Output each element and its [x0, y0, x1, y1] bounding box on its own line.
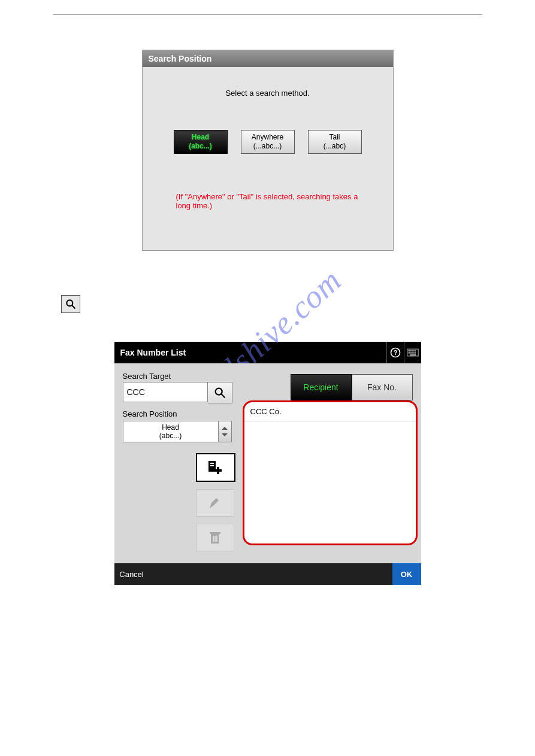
- svg-line-1: [72, 305, 75, 308]
- tab-faxno[interactable]: Fax No.: [352, 374, 413, 400]
- pencil-icon: [208, 496, 222, 510]
- magnifier-icon: [213, 386, 226, 399]
- updown-icon: [221, 427, 228, 436]
- search-icon: [61, 295, 80, 313]
- search-position-line2: (abc...): [159, 432, 182, 440]
- trash-icon: [208, 530, 222, 545]
- svg-rect-12: [414, 352, 416, 354]
- panel-prompt: Select a search method.: [157, 89, 379, 98]
- fax-number-list-panel: Fax Number List ? Search Target: [114, 342, 421, 585]
- option-sublabel: (...abc): [309, 142, 361, 151]
- svg-rect-8: [414, 350, 416, 352]
- svg-rect-5: [408, 350, 410, 352]
- anywhere-option[interactable]: Anywhere (...abc...): [241, 130, 295, 154]
- list-item[interactable]: CCC Co.: [244, 402, 416, 421]
- svg-rect-9: [408, 352, 410, 354]
- svg-rect-19: [210, 463, 214, 464]
- results-list: CCC Co.: [243, 400, 418, 545]
- search-target-input[interactable]: [123, 382, 208, 402]
- add-document-icon: [207, 460, 224, 475]
- search-position-panel: Search Position Select a search method. …: [142, 50, 394, 251]
- search-position-line1: Head: [162, 423, 179, 432]
- option-sublabel: (...abc...): [241, 142, 294, 151]
- svg-rect-22: [214, 469, 222, 472]
- help-button[interactable]: ?: [386, 342, 404, 363]
- svg-rect-6: [410, 350, 412, 352]
- svg-marker-17: [222, 433, 228, 436]
- panel-title: Search Position: [143, 50, 393, 67]
- svg-rect-25: [213, 536, 214, 542]
- svg-marker-16: [222, 427, 228, 430]
- tab-recipient[interactable]: Recipient: [291, 374, 352, 400]
- svg-text:?: ?: [393, 349, 397, 356]
- add-button[interactable]: [196, 453, 235, 482]
- help-icon: ?: [389, 347, 401, 359]
- search-button[interactable]: [208, 382, 232, 403]
- svg-point-14: [215, 388, 222, 395]
- tail-option[interactable]: Tail (...abc): [308, 130, 362, 154]
- page-divider: [53, 14, 482, 15]
- ok-button[interactable]: OK: [392, 563, 421, 585]
- svg-rect-10: [410, 352, 412, 354]
- svg-line-15: [221, 394, 225, 397]
- svg-rect-27: [216, 536, 217, 542]
- option-label: Head: [174, 133, 227, 142]
- delete-button: [196, 524, 234, 551]
- search-position-dropdown[interactable]: [219, 421, 232, 442]
- edit-button: [196, 489, 234, 517]
- search-position-value: Head (abc...): [123, 421, 219, 442]
- svg-rect-26: [214, 536, 216, 542]
- warning-text: (If "Anywhere" or "Tail" is selected, se…: [157, 192, 379, 210]
- magnifier-icon: [65, 298, 77, 310]
- keyboard-button[interactable]: [404, 342, 421, 363]
- option-label: Anywhere: [241, 133, 294, 142]
- keyboard-icon: [407, 348, 419, 357]
- svg-rect-20: [210, 465, 214, 466]
- footer-spacer: [149, 563, 392, 585]
- option-sublabel: (abc...): [174, 142, 227, 151]
- option-label: Tail: [309, 133, 361, 142]
- svg-rect-24: [210, 532, 220, 534]
- head-option[interactable]: Head (abc...): [174, 130, 228, 154]
- cancel-button[interactable]: Cancel: [114, 563, 149, 585]
- dialog-title: Fax Number List: [114, 348, 386, 357]
- svg-point-0: [67, 300, 72, 306]
- svg-rect-11: [412, 352, 414, 354]
- svg-rect-13: [410, 354, 416, 356]
- svg-rect-7: [412, 350, 414, 352]
